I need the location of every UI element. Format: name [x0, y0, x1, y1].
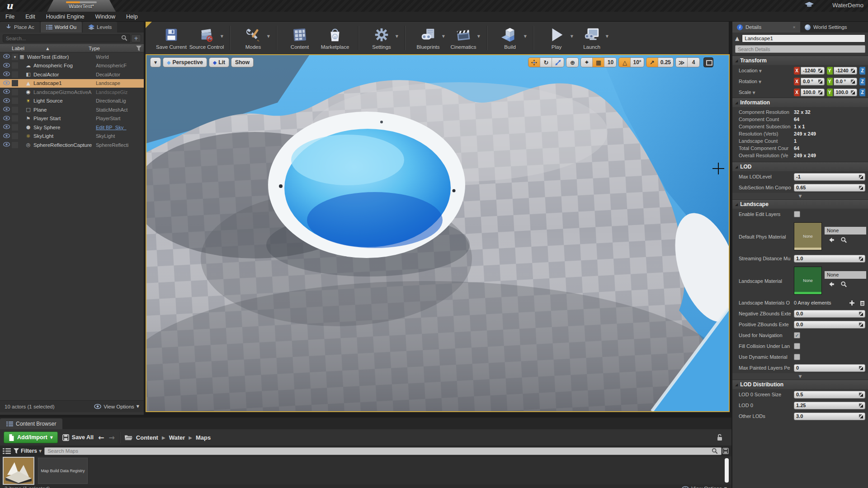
- rotation-snap-toggle[interactable]: △: [619, 58, 631, 67]
- dropdown-caret-icon[interactable]: ▼: [571, 34, 573, 38]
- sources-panel-toggle-icon[interactable]: [3, 448, 11, 454]
- expander-arrow[interactable]: [12, 71, 18, 78]
- build-button[interactable]: Build ▼: [492, 25, 528, 51]
- browse-to-asset-icon[interactable]: [840, 281, 847, 287]
- expander-arrow[interactable]: [12, 62, 18, 69]
- visibility-eye-icon[interactable]: [1, 54, 12, 60]
- save-current-button[interactable]: Save Current: [154, 25, 189, 51]
- value-field[interactable]: 0.5: [794, 391, 865, 399]
- expander-arrow[interactable]: [12, 124, 18, 131]
- visibility-eye-icon[interactable]: [1, 133, 12, 139]
- visibility-eye-icon[interactable]: [1, 142, 12, 148]
- map-build-data-registry-asset[interactable]: Map Build Data Registry: [38, 458, 88, 484]
- rotate-tool-button[interactable]: ↻: [540, 58, 552, 67]
- view-mode-button[interactable]: ◆ Lit: [209, 57, 229, 67]
- level-tab[interactable]: WaterTest*: [47, 0, 116, 12]
- visibility-eye-icon[interactable]: [1, 107, 12, 113]
- visibility-eye-icon[interactable]: [1, 89, 12, 95]
- world-local-toggle[interactable]: ⊕: [566, 58, 578, 67]
- use-selected-asset-icon[interactable]: [828, 237, 835, 243]
- phys-material-select[interactable]: None: [825, 227, 866, 235]
- lock-icon[interactable]: [716, 434, 723, 441]
- expander-arrow[interactable]: [12, 89, 18, 95]
- add-array-element-icon[interactable]: [849, 300, 855, 306]
- table-row[interactable]: ◉ LandscapeGizmoActiveA LandscapeGiz: [0, 88, 144, 97]
- table-row[interactable]: ● Sky Sphere Edit BP_Sky_: [0, 123, 144, 132]
- visibility-eye-icon[interactable]: [1, 63, 12, 69]
- table-row[interactable]: ☼ SkyLight SkyLight: [0, 132, 144, 141]
- visibility-eye-icon[interactable]: [1, 98, 12, 104]
- expander-arrow[interactable]: [12, 107, 18, 113]
- use-dynamic-material-checkbox[interactable]: [794, 354, 800, 360]
- location-x-field[interactable]: -1240: [801, 67, 825, 75]
- value-field[interactable]: 0.65: [794, 184, 865, 192]
- table-row[interactable]: ◧ DecalActor DecalActor: [0, 70, 144, 79]
- visibility-eye-icon[interactable]: [1, 71, 12, 77]
- scale-y-field[interactable]: 100.0: [834, 89, 858, 96]
- maximize-viewport-button[interactable]: [703, 57, 713, 67]
- tab-world-settings[interactable]: World Settings: [800, 22, 868, 33]
- outliner-search-input[interactable]: [3, 34, 130, 42]
- streaming-distance-field[interactable]: 1.0: [794, 255, 865, 263]
- add-import-button[interactable]: Add/Import ▼: [4, 432, 58, 443]
- dropdown-caret-icon[interactable]: ▼: [267, 34, 270, 38]
- actor-name-field[interactable]: [742, 34, 865, 42]
- tab-details[interactable]: i Details ✕: [732, 22, 800, 33]
- expander-arrow[interactable]: ▾: [12, 54, 18, 60]
- menu-item[interactable]: Help: [121, 12, 143, 22]
- camera-speed-value[interactable]: 4: [688, 58, 699, 67]
- use-selected-asset-icon[interactable]: [828, 281, 835, 287]
- tab-world-outliner[interactable]: World Ou: [41, 22, 82, 33]
- asset-search-input[interactable]: [44, 447, 722, 455]
- create-folder-button[interactable]: +: [131, 34, 141, 42]
- save-search-icon[interactable]: [722, 448, 729, 454]
- visibility-eye-icon[interactable]: [1, 124, 12, 130]
- value-field[interactable]: 1.25: [794, 402, 865, 409]
- surface-snap-button[interactable]: ⌖: [581, 58, 593, 67]
- view-options-button[interactable]: View Options ▼: [94, 404, 139, 409]
- lod-distribution-header[interactable]: ◢ LOD Distribution: [732, 380, 868, 389]
- landscape-section-header[interactable]: ◢ Landscape: [732, 200, 868, 209]
- landscape-material-select[interactable]: None: [825, 271, 866, 279]
- settings-button[interactable]: Settings ▼: [364, 25, 399, 51]
- visibility-eye-icon[interactable]: [1, 116, 12, 122]
- table-row[interactable]: ◎ SphereReflectionCapture SphereReflecti: [0, 141, 144, 150]
- grid-snap-toggle[interactable]: ▦: [593, 58, 604, 67]
- expand-advanced-button[interactable]: ▼: [732, 193, 868, 199]
- view-options-button[interactable]: View Options ▼: [682, 486, 727, 488]
- dropdown-caret-icon[interactable]: ▼: [221, 34, 223, 38]
- expander-arrow[interactable]: [12, 80, 18, 86]
- expander-arrow[interactable]: [12, 98, 18, 104]
- level-viewport[interactable]: ▼ ◆ Perspective ◆ Lit Show ↻ ⊕: [146, 54, 730, 412]
- landscape-material-thumbnail[interactable]: None: [794, 267, 822, 295]
- visibility-eye-icon[interactable]: [1, 80, 12, 86]
- used-for-navigation-checkbox[interactable]: [794, 332, 800, 338]
- viewport-options-dropdown[interactable]: ▼: [150, 57, 161, 67]
- play-button[interactable]: Play ▼: [539, 25, 574, 51]
- dropdown-caret-icon[interactable]: ▼: [606, 34, 609, 38]
- expand-advanced-button[interactable]: ▼: [732, 373, 868, 380]
- value-field[interactable]: -1: [794, 173, 865, 181]
- forward-arrow-button[interactable]: →: [108, 433, 114, 442]
- table-row[interactable]: ▾ ▦ WaterTest (Editor) World: [0, 52, 144, 61]
- scale-x-field[interactable]: 100.0: [801, 89, 825, 96]
- blueprints-button[interactable]: Blueprints ▼: [410, 25, 446, 51]
- modes-button[interactable]: Modes ▼: [236, 25, 271, 51]
- table-row[interactable]: ⚑ Player Start PlayerStart: [0, 114, 144, 123]
- menu-item[interactable]: Window: [90, 12, 121, 22]
- perspective-button[interactable]: ◆ Perspective: [163, 57, 207, 67]
- dropdown-caret-icon[interactable]: ▼: [396, 34, 398, 38]
- rotation-snap-value[interactable]: 10°: [631, 58, 643, 67]
- rotation-x-field[interactable]: 0.0 °: [801, 78, 825, 85]
- fill-collision-checkbox[interactable]: [794, 343, 800, 349]
- max-painted-layers-field[interactable]: 0: [794, 364, 865, 372]
- transform-section-header[interactable]: ◢ Transform: [732, 56, 868, 65]
- dropdown-caret-icon[interactable]: ▼: [477, 34, 480, 38]
- dropdown-caret-icon[interactable]: ▼: [442, 34, 445, 38]
- dropdown-caret-icon[interactable]: ▼: [524, 34, 527, 38]
- filters-button[interactable]: Filters ▼: [14, 448, 42, 454]
- lod-section-header[interactable]: ◢ LOD: [732, 162, 868, 171]
- cinematics-button[interactable]: Cinematics ▼: [446, 25, 481, 51]
- expander-arrow[interactable]: [12, 142, 18, 148]
- clear-array-icon[interactable]: [859, 300, 865, 306]
